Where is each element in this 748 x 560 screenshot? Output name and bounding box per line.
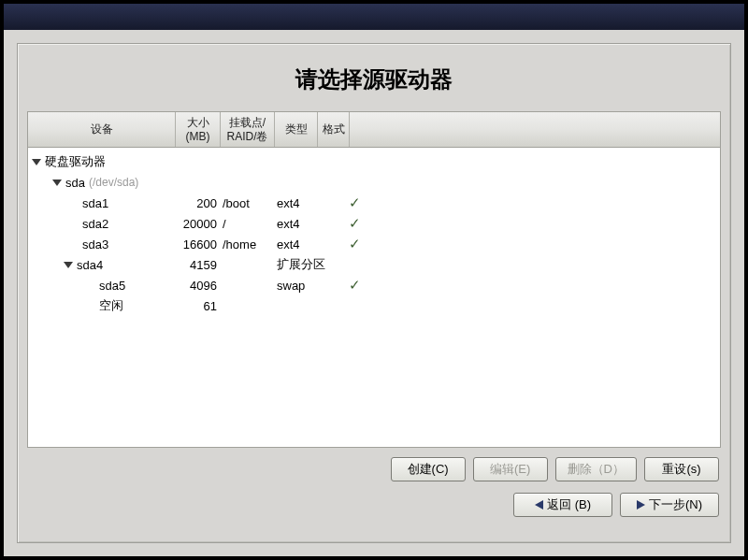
action-button-row: 创建(C) 编辑(E) 删除（D） 重设(s) — [18, 448, 730, 487]
delete-button: 删除（D） — [555, 457, 637, 481]
partition-row[interactable]: 空闲61 — [28, 295, 720, 316]
cell-type: swap — [275, 279, 338, 293]
cell-type: ext4 — [275, 217, 338, 231]
cell-format: ✓ — [338, 236, 370, 252]
partition-row[interactable]: sda54096swap✓ — [28, 275, 720, 295]
cell-device: sda1 — [28, 196, 176, 210]
chevron-down-icon[interactable] — [52, 179, 62, 186]
table-header-row: 设备 大小 (MB) 挂载点/ RAID/卷 类型 格式 — [28, 112, 720, 148]
cell-format: ✓ — [338, 277, 370, 294]
installer-window: 请选择源驱动器 设备 大小 (MB) 挂载点/ RAID/卷 类型 格式 硬盘驱… — [4, 4, 744, 556]
table-body: 硬盘驱动器sda(/dev/sda)sda1200/bootext4✓sda22… — [28, 148, 720, 447]
back-button-label: 返回 (B) — [547, 496, 591, 513]
create-button[interactable]: 创建(C) — [391, 457, 466, 481]
reset-button[interactable]: 重设(s) — [644, 457, 719, 481]
chevron-down-icon[interactable] — [32, 159, 41, 165]
partition-row[interactable]: sda1200/bootext4✓ — [28, 193, 720, 213]
col-mount[interactable]: 挂载点/ RAID/卷 — [221, 112, 275, 147]
content-area: 请选择源驱动器 设备 大小 (MB) 挂载点/ RAID/卷 类型 格式 硬盘驱… — [4, 30, 744, 556]
cell-format: ✓ — [338, 215, 370, 232]
cell-type: ext4 — [275, 237, 338, 251]
cell-device: sda(/dev/sda) — [28, 176, 176, 190]
tree-node-drive[interactable]: sda(/dev/sda) — [28, 172, 720, 193]
col-format[interactable]: 格式 — [318, 112, 350, 147]
cell-size: 16600 — [176, 237, 221, 251]
cell-device: 硬盘驱动器 — [28, 153, 176, 170]
cell-mount: /boot — [221, 196, 275, 210]
cell-device: 空闲 — [28, 297, 176, 314]
cell-device: sda2 — [28, 217, 176, 231]
partition-row[interactable]: sda316600/homeext4✓ — [28, 234, 720, 254]
cell-mount: / — [221, 217, 275, 231]
cell-size: 61 — [176, 299, 221, 313]
cell-device: sda5 — [28, 279, 176, 293]
partition-row[interactable]: sda220000/ext4✓ — [28, 213, 720, 234]
arrow-left-icon — [535, 500, 543, 510]
cell-mount: /home — [221, 237, 275, 251]
cell-format: ✓ — [338, 194, 370, 211]
panel: 请选择源驱动器 设备 大小 (MB) 挂载点/ RAID/卷 类型 格式 硬盘驱… — [17, 43, 731, 543]
cell-size: 200 — [176, 196, 221, 210]
page-title: 请选择源驱动器 — [18, 44, 730, 106]
nav-button-row: 返回 (B) 下一步(N) — [18, 487, 730, 523]
col-size[interactable]: 大小 (MB) — [176, 112, 221, 147]
cell-size: 4159 — [176, 258, 221, 272]
col-device[interactable]: 设备 — [28, 112, 176, 147]
cell-device: sda4 — [28, 258, 176, 272]
tree-node-hard-drives[interactable]: 硬盘驱动器 — [28, 151, 720, 172]
next-button-label: 下一步(N) — [649, 496, 702, 513]
window-title-bar — [4, 4, 744, 30]
partition-row[interactable]: sda44159扩展分区 — [28, 254, 720, 275]
back-button[interactable]: 返回 (B) — [513, 493, 612, 517]
partition-table: 设备 大小 (MB) 挂载点/ RAID/卷 类型 格式 硬盘驱动器sda(/d… — [27, 111, 721, 448]
edit-button: 编辑(E) — [473, 457, 548, 481]
arrow-right-icon — [637, 500, 645, 510]
cell-type: 扩展分区 — [275, 256, 338, 273]
cell-size: 20000 — [176, 217, 221, 231]
cell-type: ext4 — [275, 196, 338, 210]
chevron-down-icon[interactable] — [64, 262, 73, 268]
cell-size: 4096 — [176, 279, 221, 293]
cell-device: sda3 — [28, 237, 176, 251]
col-type[interactable]: 类型 — [275, 112, 318, 147]
next-button[interactable]: 下一步(N) — [620, 493, 719, 517]
